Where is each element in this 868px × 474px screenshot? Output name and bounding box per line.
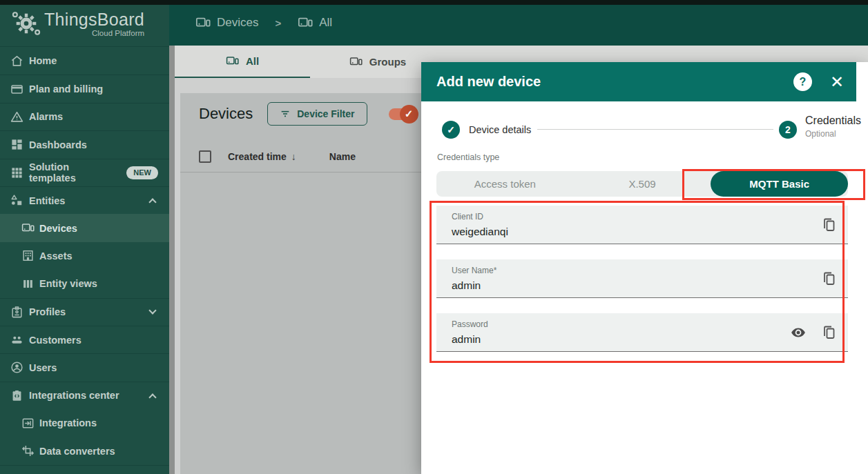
logo-subtitle: Cloud Platform <box>44 29 144 37</box>
tab-label: Groups <box>369 56 406 68</box>
sidebar-item-assets[interactable]: Assets <box>0 242 169 270</box>
content-scrollbar[interactable] <box>169 46 175 474</box>
sidebar: ThingsBoard Cloud Platform Home Plan and… <box>0 0 169 474</box>
sidebar-item-devices[interactable]: Devices <box>0 214 169 241</box>
billing-card-icon <box>10 82 23 96</box>
sidebar-item-label: Entity views <box>39 278 97 289</box>
top-header: Devices > All Current subscr S <box>169 0 868 46</box>
column-created-time[interactable]: Created time <box>228 151 287 162</box>
include-customers-toggle[interactable]: ✓ <box>389 108 416 120</box>
column-name[interactable]: Name <box>329 151 356 162</box>
sort-descending-icon[interactable]: ↓ <box>291 151 296 162</box>
sidebar-item-dashboards[interactable]: Dashboards <box>0 130 169 158</box>
sidebar-item-label: Home <box>29 55 57 66</box>
customers-people-icon <box>10 333 23 347</box>
sidebar-item-profiles[interactable]: Profiles <box>0 298 169 326</box>
annotation-box-mqtt-basic <box>682 169 865 200</box>
step-optional-label: Optional <box>805 129 861 139</box>
close-icon[interactable]: ✕ <box>830 74 844 90</box>
sidebar-item-label: Assets <box>39 250 73 261</box>
profiles-badge-icon <box>10 305 23 319</box>
sidebar-divider <box>0 465 169 466</box>
select-all-checkbox[interactable] <box>199 150 211 163</box>
sidebar-item-label: Dashboards <box>29 139 87 150</box>
sidebar-item-customers[interactable]: Customers <box>0 326 169 353</box>
home-icon <box>10 54 23 68</box>
sidebar-menu: Home Plan and billing Alarms Dashboards … <box>0 47 169 466</box>
sidebar-item-label: Plan and billing <box>29 83 103 95</box>
solution-templates-grid-icon <box>10 166 23 179</box>
sidebar-item-home[interactable]: Home <box>0 47 169 75</box>
chevron-up-icon <box>148 198 156 206</box>
dialog-title: Add new device <box>436 74 793 90</box>
entities-icon <box>10 194 23 208</box>
device-filter-button[interactable]: Device Filter <box>267 102 367 126</box>
integrations-arrow-icon <box>21 416 35 430</box>
devices-title: Devices <box>199 105 253 123</box>
entity-views-bars-icon <box>21 277 35 290</box>
devices-icon <box>298 15 313 30</box>
new-badge: NEW <box>126 166 158 179</box>
sidebar-item-label: Profiles <box>29 306 66 317</box>
logo-title: ThingsBoard <box>44 10 144 30</box>
breadcrumb-devices[interactable]: Devices <box>217 16 258 30</box>
devices-icon <box>195 15 211 30</box>
option-access-token[interactable]: Access token <box>436 171 574 197</box>
stepper-connector <box>537 129 773 130</box>
sidebar-item-entities[interactable]: Entities <box>0 186 169 214</box>
devices-icon <box>226 55 239 68</box>
sidebar-item-label: Solution templates <box>29 161 115 184</box>
sidebar-item-label: Entities <box>29 195 65 206</box>
sidebar-item-label: Users <box>29 362 57 373</box>
users-account-icon <box>10 361 23 375</box>
step-check-icon: ✓ <box>442 121 460 139</box>
step-device-details[interactable]: ✓ Device details <box>442 121 531 139</box>
filter-icon <box>280 108 291 119</box>
sidebar-item-integrations[interactable]: Integrations <box>0 409 169 437</box>
devices-icon <box>21 221 35 235</box>
step-number: 2 <box>779 121 797 139</box>
sidebar-item-data-converters[interactable]: Data converters <box>0 437 169 464</box>
sidebar-item-label: Integrations center <box>29 390 119 401</box>
toggle-check-icon: ✓ <box>400 105 418 124</box>
chevron-down-icon <box>148 307 156 315</box>
sidebar-item-label: Alarms <box>29 111 63 122</box>
assets-building-icon <box>21 249 35 263</box>
alarm-warning-icon <box>10 110 23 124</box>
help-icon[interactable]: ? <box>793 72 812 91</box>
sidebar-item-users[interactable]: Users <box>0 353 169 381</box>
dashboards-icon <box>10 138 23 152</box>
thingsboard-app: ThingsBoard Cloud Platform Home Plan and… <box>0 0 868 474</box>
sidebar-item-entity-views[interactable]: Entity views <box>0 270 169 297</box>
device-filter-label: Device Filter <box>297 108 354 119</box>
dialog-header: Add new device ? ✕ <box>421 62 856 101</box>
sidebar-item-alarms[interactable]: Alarms <box>0 103 169 130</box>
sidebar-item-label: Data converters <box>39 446 115 457</box>
sidebar-item-label: Integrations <box>39 417 97 428</box>
breadcrumb-all[interactable]: All <box>319 16 332 30</box>
sidebar-item-plan-and-billing[interactable]: Plan and billing <box>0 75 169 102</box>
integrations-center-icon <box>10 388 23 402</box>
step-label: Device details <box>469 124 531 135</box>
data-converters-icon <box>21 444 35 458</box>
tab-label: All <box>246 55 259 67</box>
credentials-type-label: Credentials type <box>437 152 499 162</box>
sidebar-item-solution-templates[interactable]: Solution templates NEW <box>0 159 169 186</box>
devices-icon <box>349 55 363 68</box>
sidebar-item-label: Devices <box>39 223 77 234</box>
window-top-strip <box>0 0 868 5</box>
sidebar-item-integrations-center[interactable]: Integrations center <box>0 382 169 409</box>
sidebar-item-label: Customers <box>29 335 81 346</box>
tab-all[interactable]: All <box>175 46 310 78</box>
chevron-up-icon <box>148 393 156 401</box>
breadcrumb-separator: > <box>275 17 281 29</box>
step-label: Credentials <box>805 115 861 127</box>
step-credentials[interactable]: 2 <box>779 121 797 139</box>
annotation-box-credential-fields <box>430 201 845 363</box>
breadcrumb: Devices > All <box>195 0 332 46</box>
thingsboard-gear-icon <box>11 8 41 39</box>
logo[interactable]: ThingsBoard Cloud Platform <box>0 0 169 47</box>
